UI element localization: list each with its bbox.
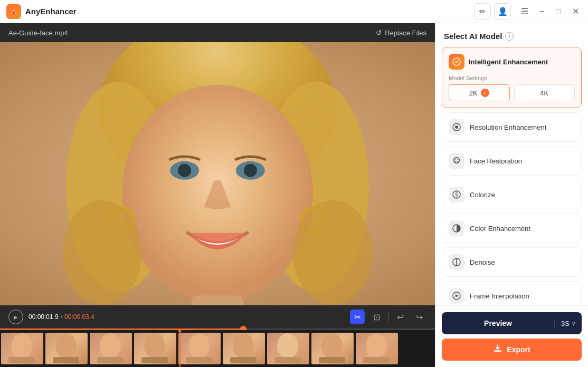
model-settings-label: Model Settings — [449, 75, 575, 81]
controls-divider — [388, 312, 388, 322]
setting-2k-chip[interactable]: 2K ✓ — [449, 84, 510, 101]
models-list: Intelligent Enhancement Model Settings 2… — [435, 47, 588, 305]
time-separator: / — [61, 313, 62, 321]
model-item-resolution-enhancement[interactable]: Resolution Enhancement — [442, 112, 582, 142]
timeline-thumb-4 — [134, 333, 176, 364]
svg-point-28 — [277, 333, 298, 359]
title-bar-left: AnyEnhancer — [6, 4, 77, 19]
timeline-thumb-5 — [178, 333, 221, 364]
svg-rect-33 — [363, 357, 390, 363]
svg-rect-29 — [274, 357, 301, 363]
svg-point-24 — [188, 333, 210, 359]
svg-rect-25 — [186, 357, 212, 363]
time-total: 00:00:03.4 — [64, 313, 94, 321]
setting-2k-label: 2K — [469, 89, 478, 97]
model-item-face-restoration[interactable]: Face Restoration — [442, 146, 582, 176]
timeline[interactable] — [0, 330, 435, 367]
svg-rect-17 — [8, 357, 35, 363]
controls-right: ✂ ⊡ ↩ ↪ — [350, 310, 426, 324]
model-face-label: Face Restoration — [470, 157, 522, 165]
svg-point-10 — [244, 164, 257, 177]
timeline-thumb-7 — [267, 333, 309, 364]
svg-rect-46 — [494, 350, 501, 352]
timeline-thumb-6 — [223, 333, 265, 364]
model-item-denoise[interactable]: Denoise — [442, 247, 582, 277]
file-header: Ae-Guide-face.mp4 ↺ Replace Files — [0, 23, 435, 42]
info-icon[interactable]: i — [505, 32, 514, 41]
app-title: AnyEnhancer — [25, 7, 77, 16]
model-settings-row: 2K ✓ 4K — [449, 84, 575, 101]
timeline-thumb-9 — [356, 333, 398, 364]
svg-rect-13 — [191, 295, 244, 305]
right-panel: Select AI Model i Intelligent Enhancemen… — [435, 23, 588, 367]
svg-point-39 — [457, 159, 458, 160]
timeline-thumb-3 — [90, 333, 132, 364]
export-label: Export — [507, 345, 530, 354]
model-frame-label: Frame Interpolation — [470, 292, 529, 300]
video-controls: ▶ 00:00:01.9 / 00:00:03.4 ✂ ⊡ ↩ ↪ — [0, 305, 435, 329]
svg-point-26 — [233, 333, 254, 359]
export-icon — [493, 344, 502, 355]
scissors-button[interactable]: ✂ — [350, 310, 365, 324]
svg-rect-19 — [53, 357, 79, 363]
setting-4k-chip[interactable]: 4K — [514, 84, 575, 101]
svg-point-16 — [11, 333, 32, 359]
timeline-track — [0, 330, 435, 367]
video-frame — [0, 42, 435, 305]
undo-button[interactable]: ↩ — [393, 310, 407, 324]
model-icon-face — [449, 153, 464, 169]
panel-title: Select AI Model — [444, 32, 502, 41]
timeline-thumb-1 — [1, 333, 43, 364]
main-content: Ae-Guide-face.mp4 ↺ Replace Files — [0, 23, 588, 367]
svg-point-1 — [12, 11, 15, 14]
replace-files-button[interactable]: ↺ Replace Files — [376, 28, 426, 37]
time-current: 00:00:01.9 — [29, 313, 59, 321]
maximize-button[interactable]: □ — [552, 5, 565, 18]
time-display: 00:00:01.9 / 00:00:03.4 — [29, 313, 94, 321]
crop-button[interactable]: ⊡ — [369, 310, 384, 324]
svg-point-14 — [63, 200, 142, 305]
svg-point-38 — [455, 159, 456, 160]
model-item-color-enhancement[interactable]: Color Enhancement — [442, 214, 582, 243]
model-icon-denoise — [449, 254, 464, 270]
model-icon-intelligent — [449, 54, 464, 70]
file-name: Ae-Guide-face.mp4 — [8, 29, 68, 37]
edit-button[interactable]: ✏ — [474, 3, 491, 20]
duration-value: 3S — [561, 320, 570, 327]
menu-button[interactable]: ☰ — [518, 5, 531, 18]
chevron-down-icon: ∨ — [572, 321, 575, 326]
svg-marker-45 — [456, 294, 459, 297]
svg-point-18 — [55, 333, 77, 359]
check-icon: ✓ — [481, 89, 489, 97]
intelligent-enhancement-card[interactable]: Intelligent Enhancement Model Settings 2… — [442, 47, 582, 108]
preview-button[interactable]: Preview 3S ∨ — [442, 312, 582, 334]
model-denoise-label: Denoise — [470, 258, 495, 266]
svg-point-20 — [100, 333, 121, 359]
close-button[interactable]: ✕ — [569, 5, 582, 18]
timeline-playhead[interactable] — [179, 330, 181, 367]
left-panel: Ae-Guide-face.mp4 ↺ Replace Files — [0, 23, 435, 367]
user-button[interactable]: 👤 — [494, 3, 511, 20]
redo-button[interactable]: ↪ — [412, 310, 426, 324]
svg-point-9 — [178, 164, 191, 177]
model-color-label: Color Enhancement — [470, 225, 530, 233]
window-controls: ☰ − □ ✕ — [518, 5, 582, 18]
timeline-thumb-8 — [311, 333, 354, 364]
model-item-colorize[interactable]: Colorize — [442, 180, 582, 209]
export-button[interactable]: Export — [442, 339, 582, 361]
replace-icon: ↺ — [376, 28, 382, 37]
svg-rect-21 — [97, 357, 124, 363]
svg-point-22 — [144, 333, 165, 359]
svg-rect-27 — [230, 357, 257, 363]
model-resolution-label: Resolution Enhancement — [470, 123, 546, 131]
svg-point-30 — [321, 333, 343, 359]
play-button[interactable]: ▶ — [8, 310, 23, 324]
title-bar: AnyEnhancer ✏ 👤 ☰ − □ ✕ — [0, 0, 588, 23]
model-item-frame-interpolation[interactable]: Frame Interpolation — [442, 281, 582, 305]
model-icon-frame — [449, 288, 464, 304]
setting-4k-label: 4K — [540, 89, 548, 97]
preview-label: Preview — [442, 319, 554, 327]
minimize-button[interactable]: − — [535, 5, 548, 18]
svg-point-32 — [366, 333, 387, 359]
title-bar-right: ✏ 👤 ☰ − □ ✕ — [474, 3, 582, 20]
